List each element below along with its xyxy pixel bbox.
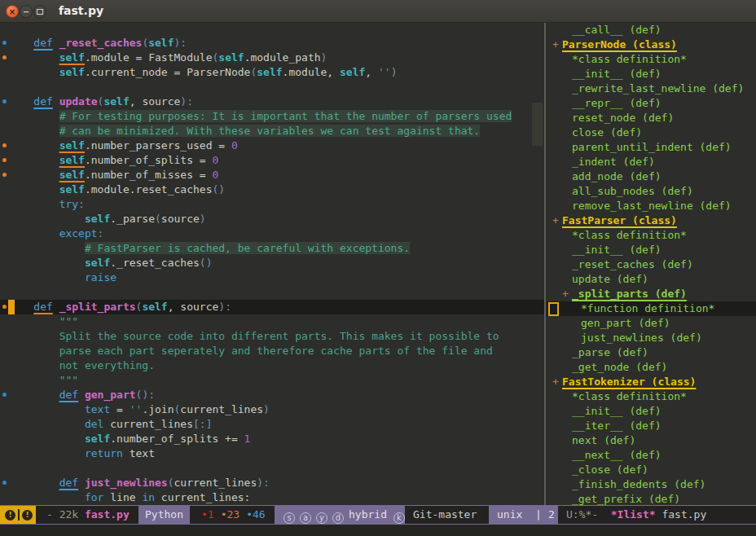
code-line-text: del current_lines[:] (8, 418, 212, 430)
imenu-item[interactable]: next (def) (547, 433, 756, 448)
imenu-item[interactable]: update (def) (547, 272, 756, 287)
code-token: current_lines (174, 477, 257, 489)
code-token: ) (200, 213, 206, 225)
code-line[interactable]: self.module = FastModule(self.module_pat… (0, 51, 545, 65)
code-line[interactable]: self.number_parsers_used = 0 (0, 138, 545, 153)
major-mode-segment[interactable]: Python (138, 506, 190, 524)
imenu-item[interactable]: _reset_caches (def) (547, 257, 756, 272)
flycheck-segment[interactable]: •1•23•46 (190, 506, 275, 524)
code-line[interactable]: def just_newlines(current_lines): (0, 476, 545, 490)
close-button[interactable]: × (6, 5, 19, 18)
code-line[interactable]: def _split_parts(self, source): (0, 300, 545, 314)
code-token: gen_part (85, 389, 136, 401)
code-line[interactable]: # can be minimized. With these variables… (0, 124, 545, 138)
code-line[interactable]: raise (0, 270, 545, 285)
code-line[interactable]: def update(self, source): (0, 94, 545, 109)
code-line[interactable]: try: (0, 197, 545, 212)
imenu-item[interactable]: __iter__ (def) (547, 419, 756, 433)
imenu-item[interactable]: __next__ (def) (547, 448, 756, 463)
imenu-item[interactable]: remove_last_newline (def) (547, 199, 756, 213)
flycheck-count[interactable]: •1 (201, 508, 214, 521)
imenu-item[interactable]: __init__ (def) (547, 67, 756, 81)
imenu-item[interactable]: __init__ (def) (547, 404, 756, 419)
modeline-text: *Ilist* (611, 508, 656, 521)
code-line-text: self._reset_caches() (8, 257, 212, 269)
separator (18, 509, 20, 521)
imenu-item-label: __call__ (def) (572, 23, 662, 37)
window-divider[interactable] (544, 23, 546, 505)
code-line[interactable]: self.number_of_splits = 0 (0, 153, 545, 168)
scrollbar-thumb[interactable] (532, 103, 543, 146)
code-line[interactable]: self.module.reset_caches() (0, 182, 545, 197)
code-token: self (257, 66, 282, 78)
imenu-item[interactable]: _rewrite_last_newline (def) (547, 81, 756, 96)
code-line[interactable] (0, 285, 545, 300)
maximize-button[interactable] (33, 5, 46, 18)
imenu-item[interactable]: __call__ (def) (547, 23, 756, 37)
expand-plus-icon[interactable]: + (562, 287, 569, 301)
code-window[interactable]: def _reset_caches(self): self.module = F… (0, 23, 545, 505)
code-line[interactable]: not everything. (0, 358, 545, 373)
expand-plus-icon[interactable]: + (552, 37, 559, 52)
imenu-item-label: FastTokenizer (class) (562, 375, 696, 389)
code-token: _reset_caches (59, 37, 143, 49)
imenu-item[interactable]: __init__ (def) (547, 243, 756, 257)
imenu-item[interactable]: _parse (def) (547, 345, 756, 360)
git-branch-segment[interactable]: Git-master (405, 506, 489, 524)
imenu-item[interactable]: all_sub_nodes (def) (547, 184, 756, 199)
imenu-item-label: __init__ (def) (572, 67, 662, 81)
imenu-item-label: gen_part (def) (581, 316, 670, 331)
code-line[interactable]: self._parse(source) (0, 212, 545, 226)
imenu-item[interactable]: *function definition* (547, 301, 756, 316)
code-line[interactable]: self.number_of_splits += 1 (0, 432, 545, 446)
code-line[interactable]: Split the source code into different par… (0, 329, 545, 344)
code-line[interactable]: self.number_of_misses = 0 (0, 168, 545, 182)
imenu-item[interactable]: _finish_dedents (def) (547, 477, 756, 492)
imenu-item[interactable]: +FastParser (class) (547, 213, 756, 228)
imenu-item[interactable]: _get_prefix (def) (547, 492, 756, 505)
imenu-item[interactable]: parent_until_indent (def) (547, 140, 756, 155)
code-line[interactable] (0, 80, 545, 94)
imenu-item[interactable]: +FastTokenizer (class) (547, 375, 756, 389)
imenu-item[interactable]: close (def) (547, 125, 756, 140)
imenu-item[interactable]: *class definition* (547, 228, 756, 243)
code-line[interactable] (0, 461, 545, 476)
expand-plus-icon[interactable]: + (552, 213, 559, 228)
code-line[interactable]: return text (0, 446, 545, 461)
indent (8, 198, 59, 210)
code-line[interactable]: """ (0, 314, 545, 329)
code-token: # For testing purposes: It is important … (59, 110, 512, 122)
imenu-item[interactable]: *class definition* (547, 52, 756, 67)
imenu-item[interactable]: __repr__ (def) (547, 96, 756, 111)
code-line[interactable]: self.current_node = ParserNode(self.modu… (0, 65, 545, 80)
code-line[interactable]: def gen_part(): (0, 388, 545, 402)
code-token (78, 477, 85, 489)
imenu-sidebar[interactable]: __call__ (def)+ParserNode (class)*class … (547, 23, 756, 505)
code-line[interactable]: self._reset_caches() (0, 256, 545, 270)
imenu-item[interactable]: add_node (def) (547, 169, 756, 184)
code-line[interactable]: parse each part seperately and therefore… (0, 344, 545, 358)
code-line[interactable]: text = ''.join(current_lines) (0, 402, 545, 417)
flycheck-count[interactable]: •23 (221, 508, 240, 521)
imenu-item-label: parent_until_indent (def) (572, 140, 732, 155)
code-line[interactable]: def _reset_caches(self): (0, 36, 545, 51)
code-line[interactable]: for line in current_lines: (0, 490, 545, 505)
imenu-item[interactable]: just_newlines (def) (547, 331, 756, 345)
imenu-item[interactable]: gen_part (def) (547, 316, 756, 331)
imenu-item[interactable]: _close (def) (547, 463, 756, 477)
minimize-button[interactable]: − (20, 5, 33, 18)
code-line[interactable]: """ (0, 373, 545, 388)
imenu-item[interactable]: _indent (def) (547, 155, 756, 169)
imenu-item[interactable]: +_split_parts (def) (547, 287, 756, 301)
flycheck-count[interactable]: •46 (246, 508, 265, 521)
imenu-item[interactable]: _get_node (def) (547, 360, 756, 375)
code-line[interactable]: except: (0, 226, 545, 241)
code-line[interactable]: # FastParser is cached, be careful with … (0, 241, 545, 256)
expand-plus-icon[interactable]: + (552, 375, 559, 389)
code-line[interactable]: # For testing purposes: It is important … (0, 109, 545, 124)
indent (8, 330, 59, 342)
imenu-item[interactable]: *class definition* (547, 389, 756, 404)
code-line[interactable]: del current_lines[:] (0, 417, 545, 432)
imenu-item[interactable]: reset_node (def) (547, 111, 756, 125)
imenu-item[interactable]: +ParserNode (class) (547, 37, 756, 52)
